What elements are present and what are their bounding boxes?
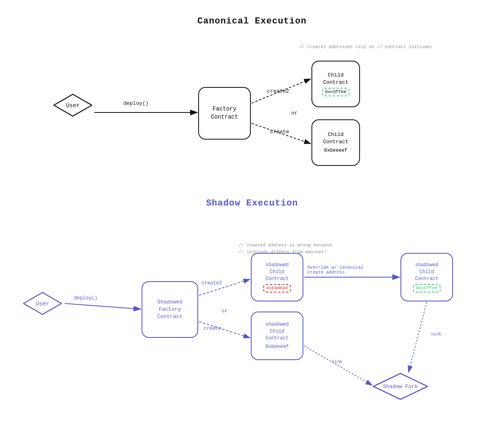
create2-label-canonical: create2 [267,88,289,94]
shadow-child-2: shadowed Child Contract 0xbeeeef [251,312,303,360]
svg-text:User: User [36,301,49,307]
shadow-fork-diamond: Shadow Fork [372,372,429,401]
shadow-address-green: 0xcOffee [413,284,441,293]
create-label-canonical: create [270,129,289,135]
shadowed-factory-box: Shadowed Factory Contract [142,281,198,338]
shadow-child-1: shadowed Child Contract 0xbadbad [251,253,303,301]
child-contract-1-canonical: Child Contract 0xcOffee [311,61,360,107]
shadow-address-badge-1: 0xbadbad [263,284,291,293]
sink-label-2: sink [332,359,342,364]
shadow-child-right: shadowed Child Contract 0xcOffee [400,253,453,301]
user-diamond-shadow: User [22,291,63,316]
child-contract-2-canonical: Child Contract 0xbeeeef [311,119,360,166]
deploy-label-shadow: deploy() [74,295,97,301]
shadow-address-plain-2: 0xbeeeef [265,344,289,350]
create2-label-shadow: create2 [201,280,222,286]
user-diamond-canonical: User [53,93,93,117]
canonical-comment: // create2 addresses rely on // contract… [299,44,433,51]
svg-line-7 [409,302,427,372]
svg-text:User: User [66,102,80,109]
svg-line-3 [65,303,141,309]
address-badge-1: 0xcOffee [322,88,350,96]
deploy-label-canonical: deploy() [123,100,148,106]
shadow-title: Shadow Execution [206,198,298,208]
override-label: Override w/ canonicalcreate address [307,265,364,275]
create-label-shadow: create [204,326,221,331]
svg-text:Shadow Fork: Shadow Fork [383,384,418,390]
svg-line-8 [304,346,372,385]
sink-label-1: sink [431,332,441,337]
canonical-title: Canonical Execution [197,16,307,26]
or-label-shadow: or [222,308,227,314]
address-plain-2: 0xbeeeef [324,147,347,154]
diagram-container: Canonical Execution User deploy() Factor… [0,0,504,439]
factory-contract-box: Factory Contract [198,87,251,140]
or-label-canonical: or [291,110,298,116]
